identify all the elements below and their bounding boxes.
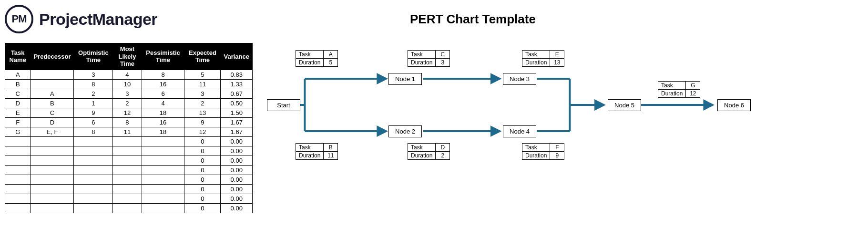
table-cell[interactable]: [31, 165, 74, 175]
table-cell[interactable]: [5, 136, 31, 146]
table-cell[interactable]: [31, 136, 74, 146]
table-cell[interactable]: 8: [74, 79, 113, 89]
table-cell[interactable]: 0: [184, 156, 221, 165]
table-cell[interactable]: 11: [113, 127, 142, 136]
table-cell[interactable]: [142, 136, 184, 146]
table-cell[interactable]: 9: [74, 108, 113, 117]
table-cell[interactable]: 18: [142, 108, 184, 117]
table-cell[interactable]: [142, 203, 184, 213]
table-cell[interactable]: 3: [74, 70, 113, 79]
table-cell[interactable]: [31, 203, 74, 213]
table-cell[interactable]: E, F: [31, 127, 74, 136]
table-cell[interactable]: 2: [113, 98, 142, 108]
table-cell[interactable]: [142, 175, 184, 184]
table-cell[interactable]: C: [5, 89, 31, 98]
table-cell[interactable]: 0: [184, 136, 221, 146]
table-cell[interactable]: 16: [142, 117, 184, 127]
table-cell[interactable]: [113, 146, 142, 156]
table-cell[interactable]: 9: [184, 117, 221, 127]
table-cell[interactable]: [5, 165, 31, 175]
table-cell[interactable]: 0: [184, 184, 221, 194]
table-cell[interactable]: [74, 165, 113, 175]
table-cell[interactable]: 12: [113, 108, 142, 117]
table-cell[interactable]: G: [5, 127, 31, 136]
table-cell[interactable]: 8: [113, 117, 142, 127]
table-cell[interactable]: 1.33: [221, 79, 253, 89]
table-cell[interactable]: [113, 184, 142, 194]
table-cell[interactable]: 12: [184, 127, 221, 136]
table-cell[interactable]: [74, 156, 113, 165]
table-cell[interactable]: C: [31, 108, 74, 117]
table-cell[interactable]: 0.83: [221, 70, 253, 79]
table-cell[interactable]: E: [5, 108, 31, 117]
table-cell[interactable]: A: [5, 70, 31, 79]
table-cell[interactable]: F: [5, 117, 31, 127]
table-cell[interactable]: [5, 146, 31, 156]
table-cell[interactable]: 6: [74, 117, 113, 127]
table-cell[interactable]: [113, 165, 142, 175]
table-cell[interactable]: B: [31, 98, 74, 108]
table-cell[interactable]: 0.00: [221, 175, 253, 184]
table-cell[interactable]: [31, 79, 74, 89]
table-cell[interactable]: 0.50: [221, 98, 253, 108]
table-cell[interactable]: 0.00: [221, 156, 253, 165]
table-cell[interactable]: [31, 146, 74, 156]
table-cell[interactable]: [113, 136, 142, 146]
table-cell[interactable]: 0: [184, 165, 221, 175]
table-cell[interactable]: [142, 194, 184, 203]
table-cell[interactable]: 6: [142, 89, 184, 98]
table-cell[interactable]: 18: [142, 127, 184, 136]
table-cell[interactable]: 2: [184, 98, 221, 108]
table-cell[interactable]: 0.67: [221, 89, 253, 98]
table-cell[interactable]: 0.00: [221, 136, 253, 146]
table-cell[interactable]: [142, 165, 184, 175]
table-cell[interactable]: 0.00: [221, 194, 253, 203]
table-cell[interactable]: D: [5, 98, 31, 108]
table-cell[interactable]: 0.00: [221, 203, 253, 213]
table-cell[interactable]: 0: [184, 146, 221, 156]
table-cell[interactable]: [74, 203, 113, 213]
table-cell[interactable]: 0.00: [221, 184, 253, 194]
table-cell[interactable]: [142, 184, 184, 194]
table-cell[interactable]: [5, 156, 31, 165]
table-cell[interactable]: 3: [184, 89, 221, 98]
table-cell[interactable]: [142, 146, 184, 156]
table-cell[interactable]: 8: [74, 127, 113, 136]
table-cell[interactable]: [74, 184, 113, 194]
table-cell[interactable]: [142, 156, 184, 165]
table-cell[interactable]: [113, 203, 142, 213]
table-cell[interactable]: [74, 194, 113, 203]
table-cell[interactable]: [5, 194, 31, 203]
table-cell[interactable]: 0.00: [221, 146, 253, 156]
table-cell[interactable]: 1: [74, 98, 113, 108]
table-cell[interactable]: [31, 184, 74, 194]
table-cell[interactable]: 4: [113, 70, 142, 79]
table-cell[interactable]: 0: [184, 175, 221, 184]
table-cell[interactable]: 1.50: [221, 108, 253, 117]
table-cell[interactable]: [5, 175, 31, 184]
table-cell[interactable]: 10: [113, 79, 142, 89]
table-cell[interactable]: 1.67: [221, 117, 253, 127]
table-cell[interactable]: [74, 136, 113, 146]
table-cell[interactable]: 11: [184, 79, 221, 89]
table-cell[interactable]: [31, 156, 74, 165]
table-cell[interactable]: B: [5, 79, 31, 89]
table-cell[interactable]: [31, 175, 74, 184]
table-cell[interactable]: [31, 194, 74, 203]
table-cell[interactable]: 0: [184, 203, 221, 213]
table-cell[interactable]: A: [31, 89, 74, 98]
table-cell[interactable]: [31, 70, 74, 79]
table-cell[interactable]: 3: [113, 89, 142, 98]
table-cell[interactable]: [113, 194, 142, 203]
table-cell[interactable]: 13: [184, 108, 221, 117]
table-cell[interactable]: 2: [74, 89, 113, 98]
table-cell[interactable]: 16: [142, 79, 184, 89]
table-cell[interactable]: 4: [142, 98, 184, 108]
table-cell[interactable]: [74, 175, 113, 184]
table-cell[interactable]: [113, 175, 142, 184]
table-cell[interactable]: 1.67: [221, 127, 253, 136]
table-cell[interactable]: [5, 184, 31, 194]
table-cell[interactable]: D: [31, 117, 74, 127]
table-cell[interactable]: [74, 146, 113, 156]
table-cell[interactable]: 5: [184, 70, 221, 79]
